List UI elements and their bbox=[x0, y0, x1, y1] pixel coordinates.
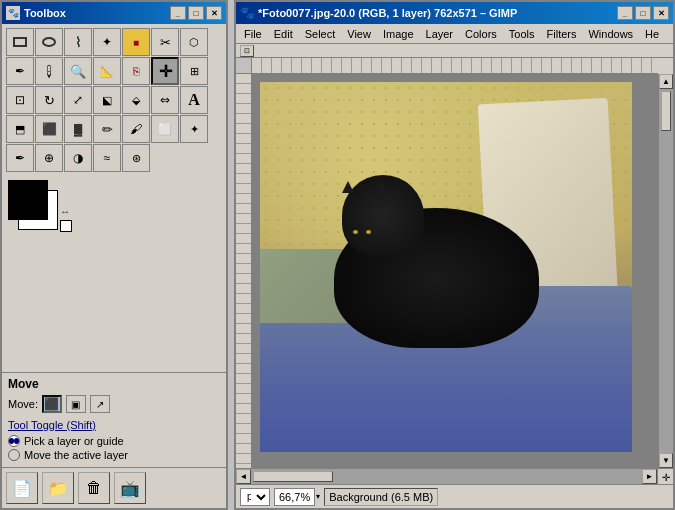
tool-foreground-select[interactable]: ⬡ bbox=[180, 28, 208, 56]
move-selection-button[interactable]: ▣ bbox=[66, 395, 86, 413]
scrollbar-h-track[interactable] bbox=[251, 469, 642, 484]
tool-eraser[interactable]: ⬜ bbox=[151, 115, 179, 143]
reset-colors-icon[interactable] bbox=[60, 220, 72, 232]
tool-airbrush[interactable]: ✦ bbox=[180, 115, 208, 143]
menu-layer[interactable]: Layer bbox=[420, 27, 460, 41]
delete-button[interactable]: 🗑 bbox=[78, 472, 110, 504]
menu-image[interactable]: Image bbox=[377, 27, 420, 41]
toolbox-maximize-button[interactable]: □ bbox=[188, 6, 204, 20]
new-image-icon: 📄 bbox=[12, 479, 32, 498]
pick-layer-radio-row[interactable]: Pick a layer or guide bbox=[8, 435, 220, 447]
toolbox-title: Toolbox bbox=[24, 7, 66, 19]
zoom-selector[interactable]: 66,7% ▾ bbox=[274, 488, 320, 506]
toolbox-title-icon: 🐾 bbox=[6, 6, 20, 20]
toolbox-minimize-button[interactable]: _ bbox=[170, 6, 186, 20]
tool-flip[interactable]: ⇔ bbox=[151, 86, 179, 114]
toolbar-nav-button[interactable]: ⊡ bbox=[240, 45, 254, 57]
menu-filters[interactable]: Filters bbox=[541, 27, 583, 41]
unit-selector[interactable]: px bbox=[240, 488, 270, 506]
ruler-top-row bbox=[236, 58, 673, 74]
tool-paintbrush[interactable]: 🖌 bbox=[122, 115, 150, 143]
gimp-title-icon: 🐾 bbox=[240, 6, 254, 20]
move-layer-button[interactable]: ⬛ bbox=[42, 395, 62, 413]
tool-ink[interactable]: ✒ bbox=[6, 144, 34, 172]
gimp-minimize-button[interactable]: _ bbox=[617, 6, 633, 20]
quit-button[interactable]: 📺 bbox=[114, 472, 146, 504]
canvas-main-row: ▲ ▼ bbox=[236, 74, 673, 468]
tool-pencil[interactable]: ✏ bbox=[93, 115, 121, 143]
move-active-layer-label[interactable]: Move the active layer bbox=[24, 449, 128, 461]
open-file-icon: 📁 bbox=[48, 479, 68, 498]
tool-scale[interactable]: ⤢ bbox=[64, 86, 92, 114]
tool-text[interactable]: A bbox=[180, 86, 208, 114]
tool-transform[interactable]: ⬒ bbox=[6, 115, 34, 143]
tool-scissors[interactable]: ✂ bbox=[151, 28, 179, 56]
canvas-area[interactable] bbox=[252, 74, 658, 468]
pick-layer-radio[interactable] bbox=[8, 435, 20, 447]
move-active-layer-radio-row[interactable]: Move the active layer bbox=[8, 449, 220, 461]
tool-align[interactable]: ⊞ bbox=[180, 57, 208, 85]
zoom-dropdown-icon[interactable]: ▾ bbox=[316, 492, 320, 501]
tool-color-picker[interactable]: 🖊 bbox=[35, 57, 63, 85]
tool-clone[interactable]: ⎘ bbox=[122, 57, 150, 85]
tool-perspective[interactable]: ⬙ bbox=[122, 86, 150, 114]
tool-convolve[interactable]: ⊛ bbox=[122, 144, 150, 172]
menu-select[interactable]: Select bbox=[299, 27, 342, 41]
tool-toggle-label: Tool Toggle (Shift) bbox=[8, 419, 220, 431]
tool-rotate[interactable]: ↻ bbox=[35, 86, 63, 114]
move-active-layer-radio[interactable] bbox=[8, 449, 20, 461]
scrollbar-v-track[interactable] bbox=[659, 89, 673, 453]
tool-color-select[interactable]: ■ bbox=[122, 28, 150, 56]
vertical-scrollbar[interactable]: ▲ ▼ bbox=[658, 74, 673, 468]
tool-move[interactable]: ✛ bbox=[151, 57, 179, 85]
gimp-toolbar: ⊡ bbox=[236, 44, 673, 58]
tool-dodge-burn[interactable]: ◑ bbox=[64, 144, 92, 172]
menu-windows[interactable]: Windows bbox=[582, 27, 639, 41]
scrollbar-v-down-button[interactable]: ▼ bbox=[659, 453, 673, 468]
tool-crop[interactable]: ⊡ bbox=[6, 86, 34, 114]
menu-help[interactable]: He bbox=[639, 27, 665, 41]
zoom-text: 66,7% bbox=[279, 491, 310, 503]
tool-ellipse-select[interactable] bbox=[35, 28, 63, 56]
pick-layer-label[interactable]: Pick a layer or guide bbox=[24, 435, 124, 447]
toolbox-bottom-bar: 📄 📁 🗑 📺 bbox=[2, 467, 226, 508]
menu-file[interactable]: File bbox=[238, 27, 268, 41]
scrollbar-v-thumb[interactable] bbox=[661, 91, 671, 131]
scroll-corner-button[interactable]: ✛ bbox=[657, 469, 673, 484]
scrollbar-v-up-button[interactable]: ▲ bbox=[659, 74, 673, 89]
horizontal-scrollbar[interactable]: ◄ ► bbox=[236, 469, 657, 484]
menu-tools[interactable]: Tools bbox=[503, 27, 541, 41]
tool-zoom[interactable]: 🔍 bbox=[64, 57, 92, 85]
tool-smudge[interactable]: ≈ bbox=[93, 144, 121, 172]
tool-bucket-fill[interactable]: ⬛ bbox=[35, 115, 63, 143]
foreground-color-swatch[interactable] bbox=[8, 180, 48, 220]
unit-select[interactable]: px bbox=[240, 488, 270, 506]
tool-measure[interactable]: 📐 bbox=[93, 57, 121, 85]
gimp-close-button[interactable]: ✕ bbox=[653, 6, 669, 20]
tool-blend[interactable]: ▓ bbox=[64, 115, 92, 143]
swap-colors-icon[interactable]: ↔ bbox=[60, 206, 70, 217]
scrollbar-h-thumb[interactable] bbox=[253, 471, 333, 482]
menu-view[interactable]: View bbox=[341, 27, 377, 41]
scrollbar-h-left-button[interactable]: ◄ bbox=[236, 469, 251, 484]
gimp-maximize-button[interactable]: □ bbox=[635, 6, 651, 20]
tool-rect-select[interactable] bbox=[6, 28, 34, 56]
layer-info-text: Background (6.5 MB) bbox=[329, 491, 433, 503]
toolbox-close-button[interactable]: ✕ bbox=[206, 6, 222, 20]
move-selection-icon: ▣ bbox=[71, 399, 80, 410]
move-label: Move: bbox=[8, 398, 38, 410]
menu-edit[interactable]: Edit bbox=[268, 27, 299, 41]
open-file-button[interactable]: 📁 bbox=[42, 472, 74, 504]
move-controls: Move: ⬛ ▣ ↗ bbox=[8, 395, 220, 413]
tool-free-select[interactable]: ⌇ bbox=[64, 28, 92, 56]
move-path-icon: ↗ bbox=[96, 399, 104, 410]
tool-paths[interactable]: ✒ bbox=[6, 57, 34, 85]
new-image-button[interactable]: 📄 bbox=[6, 472, 38, 504]
tool-heal[interactable]: ⊕ bbox=[35, 144, 63, 172]
menu-colors[interactable]: Colors bbox=[459, 27, 503, 41]
tool-shear[interactable]: ⬕ bbox=[93, 86, 121, 114]
tool-fuzzy-select[interactable]: ✦ bbox=[93, 28, 121, 56]
gimp-main-window: 🐾 *Foto0077.jpg-20.0 (RGB, 1 layer) 762x… bbox=[234, 0, 675, 510]
move-path-button[interactable]: ↗ bbox=[90, 395, 110, 413]
scrollbar-h-right-button[interactable]: ► bbox=[642, 469, 657, 484]
